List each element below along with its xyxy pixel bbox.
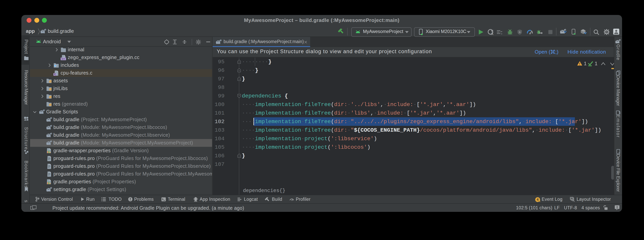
svg-text:C++: C++	[62, 58, 65, 60]
svg-text:4: 4	[536, 198, 538, 202]
svg-text:C: C	[54, 73, 56, 76]
svg-text:A: A	[491, 32, 493, 35]
